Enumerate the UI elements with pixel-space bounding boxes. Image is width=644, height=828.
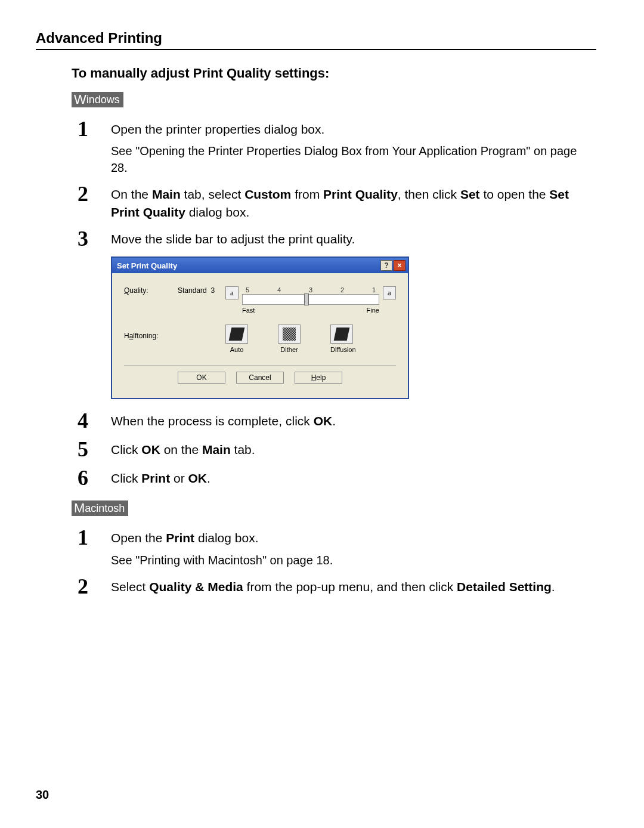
subheading: To manually adjust Print Quality setting… [72,66,596,81]
halftone-diffusion[interactable]: Diffusion [330,325,356,353]
step-head: On the Main tab, select Custom from Prin… [111,186,596,221]
step-number: 2 [78,183,111,205]
windows-badge: Windows [72,92,123,107]
fast-label: Fast [242,307,255,314]
halftone-auto[interactable]: Auto [225,325,248,353]
step-number: 2 [78,576,111,597]
help-button[interactable]: Help [295,372,342,384]
fast-end-icon: a [225,286,239,299]
step-head: Open the Print dialog box. [111,529,596,546]
windows-steps-cont: 4 When the process is complete, click OK… [78,410,596,489]
mac-step-1: 1 Open the Print dialog box. See "Printi… [78,527,596,568]
step-number: 6 [78,467,111,489]
header-rule [36,49,596,50]
step-number: 4 [78,410,111,431]
set-print-quality-dialog: Set Print Quality ? × Quality: Standard … [111,257,409,399]
close-icon[interactable]: × [394,260,405,271]
dialog-titlebar: Set Print Quality ? × [112,258,408,273]
windows-badge-text: indows [86,94,120,106]
dialog-separator [124,365,396,366]
slider-track[interactable] [242,294,379,305]
windows-steps: 1 Open the printer properties dialog box… [78,118,596,249]
halftoning-label: Halftoning: [124,332,178,340]
ok-button[interactable]: OK [178,372,225,384]
quality-row: Quality: Standard 3 a 5 4 3 2 1 [124,286,396,314]
step-number: 5 [78,438,111,460]
slider-thumb[interactable] [304,293,309,305]
macintosh-badge-text: acintosh [85,502,125,514]
halftone-dither[interactable]: Dither [278,325,301,353]
macintosh-badge: Macintosh [72,500,128,516]
step-number: 1 [78,527,111,548]
step-1: 1 Open the printer properties dialog box… [78,118,596,176]
quality-slider[interactable]: a 5 4 3 2 1 Fast [225,286,396,314]
page-number: 30 [36,788,49,802]
help-icon[interactable]: ? [380,260,392,271]
fine-label: Fine [367,307,379,314]
slider-ticks: 5 4 3 2 1 [242,286,379,293]
cancel-button[interactable]: Cancel [236,372,284,384]
step-number: 1 [78,118,111,140]
step-number: 3 [78,228,111,249]
step-head: Click Print or OK. [111,469,596,487]
fine-end-icon: a [383,286,396,299]
step-sub: See "Printing with Macintosh" on page 18… [111,552,596,569]
macintosh-steps: 1 Open the Print dialog box. See "Printi… [78,527,596,597]
step-6: 6 Click Print or OK. [78,467,596,489]
quality-label: Quality: [124,286,178,295]
step-head: Open the printer properties dialog box. [111,121,596,138]
step-head: Select Quality & Media from the pop-up m… [111,578,596,595]
page-title: Advanced Printing [36,30,596,47]
step-head: Move the slide bar to adjust the print q… [111,230,596,248]
step-sub: See "Opening the Printer Properties Dial… [111,143,596,176]
step-2: 2 On the Main tab, select Custom from Pr… [78,183,596,221]
dialog-screenshot: Set Print Quality ? × Quality: Standard … [111,257,596,399]
step-head: When the process is complete, click OK. [111,412,596,430]
step-5: 5 Click OK on the Main tab. [78,438,596,460]
quality-value: Standard 3 [178,286,225,295]
mac-step-2: 2 Select Quality & Media from the pop-up… [78,576,596,597]
step-3: 3 Move the slide bar to adjust the print… [78,228,596,249]
step-4: 4 When the process is complete, click OK… [78,410,596,431]
step-head: Click OK on the Main tab. [111,441,596,458]
dialog-title: Set Print Quality [117,261,177,270]
